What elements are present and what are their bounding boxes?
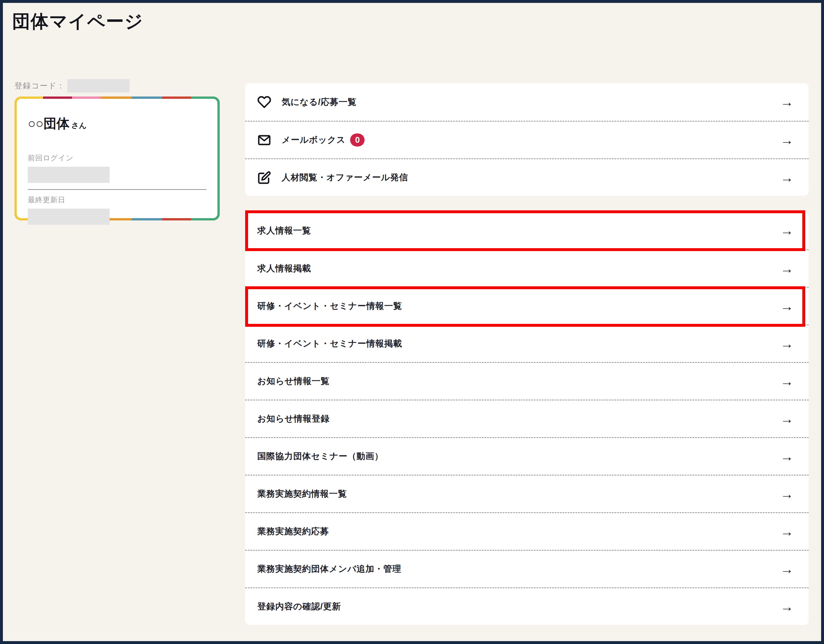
menu-item-notice-register[interactable]: お知らせ情報登録 → <box>245 400 809 437</box>
registration-code-redacted <box>68 79 129 92</box>
arrow-icon: → <box>780 563 794 576</box>
menu-item-talent-offer-mail[interactable]: 人材閲覧・オファーメール発信 → <box>245 158 809 196</box>
menu-item-label: メールボックス <box>281 134 346 146</box>
arrow-icon: → <box>780 262 794 275</box>
mailbox-count-badge: 0 <box>350 133 364 146</box>
menu-item-label: 業務実施契約応募 <box>257 526 329 537</box>
arrow-icon: → <box>780 337 794 350</box>
registration-code-label: 登録コード： <box>14 81 65 91</box>
spacer <box>245 196 809 212</box>
arrow-icon: → <box>780 412 794 426</box>
arrow-icon: → <box>780 450 794 463</box>
menu-item-seminar-post[interactable]: 研修・イベント・セミナー情報掲載 → <box>245 325 809 362</box>
last-updated-redacted <box>28 209 109 225</box>
name-honorific: さん <box>71 121 86 130</box>
registration-code-row: 登録コード： <box>14 78 220 93</box>
menu-item-label: 求人情報掲載 <box>257 263 311 274</box>
menu-item-job-list[interactable]: 求人情報一覧 → <box>245 212 809 249</box>
quick-menu-card: 気になる/応募一覧 → メールボックス 0 → 人材閲覧・オファーメール発信 → <box>245 83 809 196</box>
menu-item-label: 研修・イベント・セミナー情報一覧 <box>257 300 402 312</box>
arrow-icon: → <box>780 133 794 147</box>
edit-icon <box>257 171 271 185</box>
menu-item-contract-member-manage[interactable]: 業務実施契約団体メンバ追加・管理 → <box>245 550 809 587</box>
arrow-icon: → <box>780 375 794 388</box>
arrow-icon: → <box>780 488 794 501</box>
menu-item-label: 業務実施契約情報一覧 <box>257 488 347 500</box>
arrow-icon: → <box>780 171 794 184</box>
arrow-icon: → <box>780 95 794 109</box>
profile-name-row: ○○団体さん <box>28 115 206 132</box>
main-menu-card: 求人情報一覧 → 求人情報掲載 → 研修・イベント・セミナー情報一覧 → 研修・… <box>245 212 809 625</box>
arrow-icon: → <box>780 600 794 613</box>
profile-card-inner: ○○団体さん 前回ログイン 最終更新日 <box>17 99 217 218</box>
menu-item-contract-apply[interactable]: 業務実施契約応募 → <box>245 512 809 550</box>
heart-icon <box>257 95 271 109</box>
menu-item-favorites-applications[interactable]: 気になる/応募一覧 → <box>245 83 809 121</box>
menu-panel: 気になる/応募一覧 → メールボックス 0 → 人材閲覧・オファーメール発信 → <box>245 83 809 625</box>
menu-item-label: 国際協力団体セミナー（動画） <box>257 451 383 462</box>
page-title: 団体マイページ <box>12 9 143 34</box>
menu-item-contract-info-list[interactable]: 業務実施契約情報一覧 → <box>245 475 809 512</box>
main-menu-wrap: 求人情報一覧 → 求人情報掲載 → 研修・イベント・セミナー情報一覧 → 研修・… <box>245 212 809 625</box>
menu-item-registration-confirm-update[interactable]: 登録内容の確認/更新 → <box>245 587 809 625</box>
mail-icon <box>257 133 271 147</box>
menu-item-label: 研修・イベント・セミナー情報掲載 <box>257 338 402 350</box>
menu-item-label: 登録内容の確認/更新 <box>257 601 341 612</box>
profile-card: ○○団体さん 前回ログイン 最終更新日 <box>14 97 220 221</box>
organization-mypage: 団体マイページ 登録コード： ○○団体さん 前回ログイン 最終更新日 <box>0 0 824 644</box>
menu-item-job-post[interactable]: 求人情報掲載 → <box>245 249 809 287</box>
menu-item-mailbox[interactable]: メールボックス 0 → <box>245 121 809 158</box>
profile-divider <box>28 189 206 190</box>
organization-name: ○○団体 <box>28 116 69 131</box>
menu-item-label: 求人情報一覧 <box>257 225 311 237</box>
menu-item-label: お知らせ情報一覧 <box>257 375 330 387</box>
menu-item-label: 人材閲覧・オファーメール発信 <box>281 172 408 184</box>
menu-item-label: 業務実施契約団体メンバ追加・管理 <box>257 563 401 575</box>
last-login-redacted <box>28 167 109 183</box>
menu-item-cooperation-seminar-video[interactable]: 国際協力団体セミナー（動画） → <box>245 437 809 475</box>
menu-item-label: 気になる/応募一覧 <box>281 96 357 108</box>
menu-item-seminar-list[interactable]: 研修・イベント・セミナー情報一覧 → <box>245 287 809 325</box>
menu-item-notice-list[interactable]: お知らせ情報一覧 → <box>245 362 809 400</box>
arrow-icon: → <box>780 525 794 538</box>
menu-item-label: お知らせ情報登録 <box>257 413 330 425</box>
arrow-icon: → <box>780 300 794 313</box>
profile-panel: 登録コード： ○○団体さん 前回ログイン 最終更新日 <box>14 78 220 221</box>
last-updated-label: 最終更新日 <box>28 195 206 205</box>
last-login-label: 前回ログイン <box>28 153 206 163</box>
arrow-icon: → <box>780 224 794 237</box>
